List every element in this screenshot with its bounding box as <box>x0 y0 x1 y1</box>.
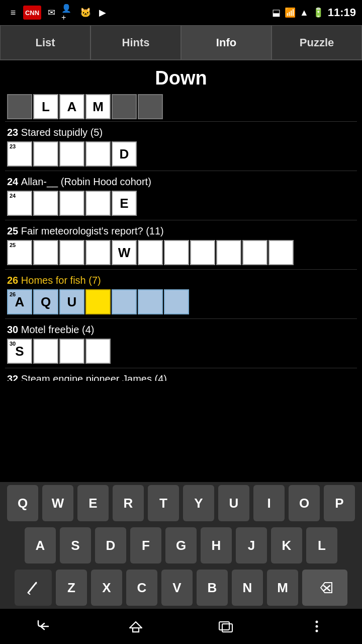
key-l[interactable]: L <box>306 527 337 564</box>
cell[interactable] <box>7 94 32 119</box>
key-c[interactable]: C <box>126 570 157 606</box>
cell[interactable] <box>59 240 84 265</box>
key-s[interactable]: S <box>60 527 91 564</box>
key-k[interactable]: K <box>271 527 302 564</box>
tab-info[interactable]: Info <box>181 25 272 60</box>
cell[interactable] <box>268 240 294 265</box>
cell[interactable]: W <box>112 240 137 265</box>
cell[interactable]: D <box>112 141 137 167</box>
cell[interactable] <box>112 289 137 314</box>
cell[interactable] <box>85 289 111 314</box>
clue-list: L A M 23 Stared stupidly (5) 23 D 24 All… <box>0 94 362 381</box>
back-button[interactable] <box>30 616 60 636</box>
status-icons-left: ≡ CNN ✉ 👤+ 🐱 ▶ <box>6 6 110 20</box>
add-person-icon: 👤+ <box>61 6 75 20</box>
cnn-icon: CNN <box>23 6 41 20</box>
cell[interactable] <box>59 339 84 364</box>
tab-puzzle[interactable]: Puzzle <box>272 25 362 60</box>
key-r[interactable]: R <box>113 485 144 521</box>
svg-rect-7 <box>133 628 139 632</box>
key-x[interactable]: X <box>91 570 122 606</box>
clue-section-26: 26 Homes for fish (7) 26A Q U <box>5 270 357 319</box>
cell[interactable]: 26A <box>7 289 32 314</box>
svg-point-10 <box>316 621 318 623</box>
cell[interactable]: 25 <box>7 240 32 265</box>
cell[interactable] <box>59 191 84 216</box>
cell[interactable]: E <box>112 191 137 216</box>
system-nav <box>0 609 362 644</box>
key-p[interactable]: P <box>324 485 355 521</box>
key-i[interactable]: I <box>253 485 285 521</box>
cell[interactable]: M <box>85 94 111 119</box>
cell[interactable] <box>190 240 215 265</box>
cell[interactable] <box>85 240 111 265</box>
cat-icon: 🐱 <box>78 6 93 20</box>
cell[interactable] <box>59 141 84 167</box>
cell[interactable] <box>112 94 137 119</box>
key-j[interactable]: J <box>236 527 267 564</box>
home-button[interactable] <box>121 616 151 636</box>
key-h[interactable]: H <box>201 527 232 564</box>
key-g[interactable]: G <box>165 527 197 564</box>
cells-row-30: 30S <box>5 339 357 364</box>
key-t[interactable]: T <box>148 485 179 521</box>
cell[interactable] <box>138 240 163 265</box>
clue-section-24: 24 Allan-__ (Robin Hood cohort) 24 E <box>5 171 357 220</box>
key-f[interactable]: F <box>130 527 161 564</box>
clue-section-32: 32 Steam engine pioneer James (4) 32W A … <box>5 368 357 381</box>
key-y[interactable]: Y <box>183 485 214 521</box>
key-w[interactable]: W <box>42 485 73 521</box>
cell[interactable] <box>138 94 163 119</box>
menu-icon: ≡ <box>6 6 20 20</box>
key-m[interactable]: M <box>267 570 298 606</box>
overflow-button[interactable] <box>302 616 332 636</box>
keyboard-row-3: Z X C V B N M <box>0 567 362 609</box>
key-e[interactable]: E <box>77 485 109 521</box>
partial-cells-row: L A M <box>5 94 357 119</box>
partial-top-section: L A M <box>5 94 357 122</box>
cell[interactable]: Q <box>33 289 58 314</box>
signal-icon: ▲ <box>300 8 309 18</box>
cell[interactable] <box>138 289 163 314</box>
tab-list[interactable]: List <box>0 25 90 60</box>
cell[interactable]: L <box>33 94 58 119</box>
cell[interactable] <box>164 289 189 314</box>
key-o[interactable]: O <box>289 485 320 521</box>
key-v[interactable]: V <box>161 570 193 606</box>
keyboard-row-2: A S D F G H J K L <box>0 524 362 567</box>
cell[interactable] <box>242 240 267 265</box>
page-title: Down <box>0 60 362 94</box>
tab-hints[interactable]: Hints <box>90 25 181 60</box>
mail-icon: ✉ <box>44 6 58 20</box>
key-z[interactable]: Z <box>56 570 87 606</box>
svg-point-12 <box>316 630 318 632</box>
clue-section-25: 25 Fair meteorologist's report? (11) 25 … <box>5 220 357 270</box>
key-q[interactable]: Q <box>7 485 38 521</box>
cell[interactable] <box>164 240 189 265</box>
cell[interactable] <box>85 339 111 364</box>
key-u[interactable]: U <box>218 485 249 521</box>
cell[interactable]: 23 <box>7 141 32 167</box>
cell[interactable] <box>216 240 241 265</box>
key-a[interactable]: A <box>25 527 56 564</box>
cell[interactable] <box>85 191 111 216</box>
status-bar: ≡ CNN ✉ 👤+ 🐱 ▶ ⬓ 📶 ▲ 🔋 11:19 <box>0 0 362 25</box>
clue-label-26: 26 Homes for fish (7) <box>5 275 357 286</box>
backspace-key[interactable] <box>302 570 347 606</box>
cell[interactable]: 30S <box>7 339 32 364</box>
pencil-key[interactable] <box>15 570 52 606</box>
cell[interactable] <box>33 339 58 364</box>
key-n[interactable]: N <box>232 570 263 606</box>
cell[interactable] <box>33 191 58 216</box>
cell[interactable]: 24 <box>7 191 32 216</box>
clue-label-24: 24 Allan-__ (Robin Hood cohort) <box>5 176 357 188</box>
key-d[interactable]: D <box>95 527 126 564</box>
recents-button[interactable] <box>211 616 241 636</box>
cell[interactable] <box>33 141 58 167</box>
cell[interactable] <box>85 141 111 167</box>
cell[interactable]: U <box>59 289 84 314</box>
cell[interactable] <box>33 240 58 265</box>
cell[interactable]: A <box>59 94 84 119</box>
key-b[interactable]: B <box>197 570 228 606</box>
time-display: 11:19 <box>328 6 356 19</box>
